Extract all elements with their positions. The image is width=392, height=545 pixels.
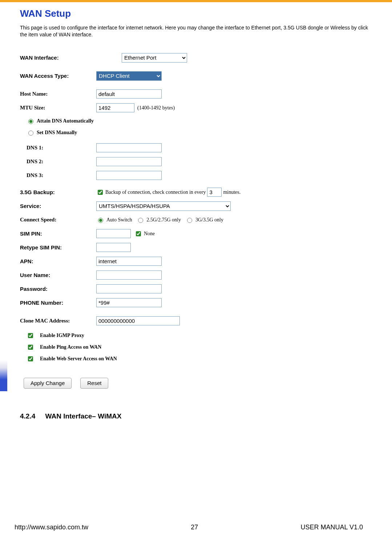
page-description: This page is used to configure the inter… <box>20 24 372 38</box>
row-phone: PHONE Number: <box>20 298 372 308</box>
input-sim-pin[interactable] <box>96 229 131 238</box>
row-dns-manual: Set DNS Manually <box>20 128 372 137</box>
label-apn: APN: <box>20 258 96 264</box>
label-backup: 3.5G Backup: <box>20 189 96 195</box>
label-igmp: Enable IGMP Proxy <box>40 333 84 338</box>
label-connect-speed: Connect Speed: <box>20 217 96 223</box>
row-mtu: MTU Size: (1400-1492 bytes) <box>20 103 372 113</box>
label-password: Password: <box>20 286 96 292</box>
label-mtu: MTU Size: <box>20 105 96 111</box>
input-clone-mac[interactable] <box>96 316 180 325</box>
radio-dns-manual[interactable] <box>28 131 33 136</box>
row-host-name: Host Name: <box>20 89 372 99</box>
row-backup: 3.5G Backup: Backup of connection, check… <box>20 187 372 197</box>
row-enable-ping: Enable Ping Access on WAN <box>20 343 372 352</box>
radio-speed-25g[interactable] <box>138 218 143 223</box>
label-phone: PHONE Number: <box>20 300 96 306</box>
label-retype-sim-pin: Retype SIM PIN: <box>20 244 96 251</box>
row-password: Password: <box>20 284 372 294</box>
label-speed-auto: Auto Switch <box>106 217 132 223</box>
row-retype-sim-pin: Retype SIM PIN: <box>20 243 372 253</box>
label-user-name: User Name: <box>20 272 96 278</box>
label-web: Enable Web Server Access on WAN <box>40 356 117 362</box>
page-title: WAN Setup <box>20 8 372 19</box>
row-clone-mac: Clone MAC Address: <box>20 316 372 326</box>
label-sim-pin: SIM PIN: <box>20 231 96 237</box>
row-wan-interface: WAN Interface: Ethernet Port <box>20 53 372 63</box>
checkbox-web[interactable] <box>28 356 33 361</box>
select-wan-interface[interactable]: Ethernet Port <box>122 53 187 63</box>
row-connect-speed: Connect Speed: Auto Switch 2.5G/2.75G on… <box>20 215 372 225</box>
checkbox-igmp[interactable] <box>28 333 33 338</box>
input-retype-sim-pin[interactable] <box>96 243 131 252</box>
radio-speed-auto[interactable] <box>98 218 103 223</box>
row-user-name: User Name: <box>20 270 372 280</box>
button-row: Apply Change Reset <box>20 378 372 389</box>
label-ping: Enable Ping Access on WAN <box>40 344 101 350</box>
checkbox-sim-none[interactable] <box>136 231 141 236</box>
row-wan-access-type: WAN Access Type: DHCP Client <box>20 71 372 81</box>
section-title: WAN Interface– WiMAX <box>45 412 122 420</box>
input-backup-minutes[interactable] <box>207 188 222 197</box>
input-phone[interactable] <box>96 298 162 307</box>
input-dns1[interactable] <box>96 143 162 152</box>
row-apn: APN: <box>20 256 372 267</box>
label-wan-access-type: WAN Access Type: <box>20 73 96 79</box>
input-apn[interactable] <box>96 257 162 266</box>
label-dns-auto: Attain DNS Automatically <box>37 118 94 124</box>
checkbox-ping[interactable] <box>28 345 33 350</box>
label-dns1: DNS 1: <box>27 145 96 151</box>
radio-speed-3g[interactable] <box>187 218 192 223</box>
section-number: 4.2.4 <box>20 412 35 420</box>
section-heading: 4.2.4 WAN Interface– WiMAX <box>20 412 372 420</box>
input-password[interactable] <box>96 284 162 293</box>
radio-dns-auto[interactable] <box>28 119 33 124</box>
label-speed-3g: 3G/3.5G only <box>195 217 223 223</box>
input-dns2[interactable] <box>96 157 162 166</box>
label-sim-none: None <box>144 231 155 237</box>
label-dns2: DNS 2: <box>27 159 96 165</box>
checkbox-backup[interactable] <box>98 190 103 195</box>
row-dns2: DNS 2: <box>20 157 372 167</box>
label-service: Service: <box>20 203 96 209</box>
row-dns-auto: Attain DNS Automatically <box>20 117 372 125</box>
label-wan-interface: WAN Interface: <box>20 55 96 61</box>
reset-button[interactable]: Reset <box>80 378 108 389</box>
input-host-name[interactable] <box>96 89 162 99</box>
apply-button[interactable]: Apply Change <box>24 378 72 389</box>
row-sim-pin: SIM PIN: None <box>20 229 372 239</box>
row-enable-web: Enable Web Server Access on WAN <box>20 354 372 363</box>
row-dns3: DNS 3: <box>20 171 372 181</box>
select-service[interactable]: UMTS/HSPA/HSDPA/HSUPA <box>96 201 231 211</box>
row-service: Service: UMTS/HSPA/HSDPA/HSUPA <box>20 201 372 211</box>
label-dns-manual: Set DNS Manually <box>37 130 77 136</box>
label-speed-25g: 2.5G/2.75G only <box>146 217 181 223</box>
backup-text-pre: Backup of connection, check connection i… <box>105 189 206 195</box>
input-mtu[interactable] <box>96 103 134 112</box>
label-clone-mac: Clone MAC Address: <box>20 318 96 324</box>
select-wan-access-type[interactable]: DHCP Client <box>96 71 162 81</box>
row-enable-igmp: Enable IGMP Proxy <box>20 331 372 340</box>
label-dns3: DNS 3: <box>27 172 96 179</box>
mtu-hint: (1400-1492 bytes) <box>137 105 175 111</box>
row-dns1: DNS 1: <box>20 143 372 153</box>
page-content: WAN Setup This page is used to configure… <box>0 2 392 420</box>
input-user-name[interactable] <box>96 271 162 280</box>
backup-text-post: minutes. <box>223 189 241 195</box>
input-dns3[interactable] <box>96 171 162 180</box>
label-host-name: Host Name: <box>20 91 96 97</box>
